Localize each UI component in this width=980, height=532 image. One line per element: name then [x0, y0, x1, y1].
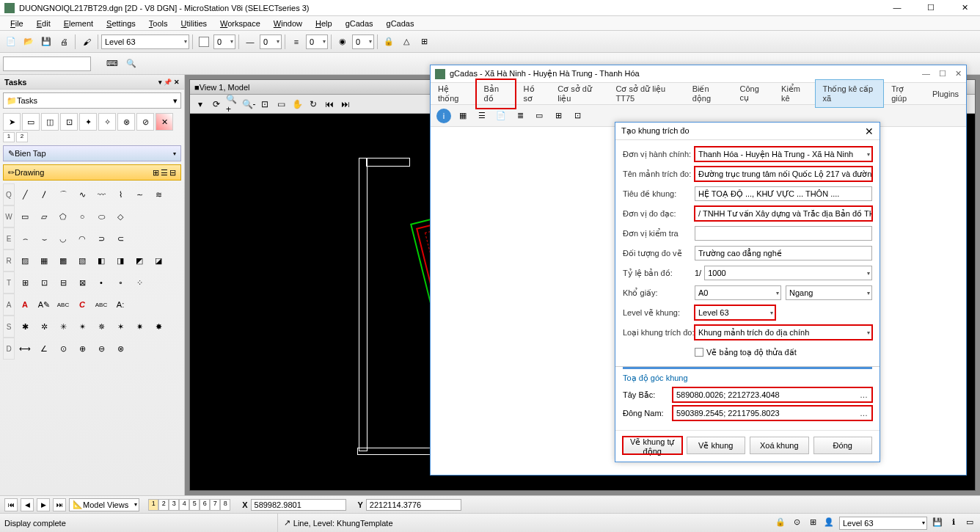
dim-ang-icon[interactable]: ∠ [35, 340, 53, 357]
snap-int-icon[interactable]: ✴ [73, 318, 91, 335]
dim-lbl-icon[interactable]: ⊗ [111, 340, 129, 357]
ellipse-icon[interactable]: ⬭ [92, 208, 110, 225]
inp-level[interactable]: Level 63 [695, 305, 775, 320]
gm-ban-do[interactable]: Bản đồ [475, 79, 516, 109]
sb-info-icon[interactable]: ℹ [948, 517, 959, 528]
y-input[interactable] [366, 499, 461, 511]
menu-help[interactable]: Help [310, 18, 338, 29]
linestyle-index[interactable]: 0 [260, 34, 282, 49]
color-index[interactable]: 0 [213, 34, 235, 49]
view-pan-icon[interactable]: ✋ [290, 97, 304, 112]
info-icon[interactable]: i [436, 109, 451, 123]
triangle-icon[interactable]: △ [398, 34, 414, 50]
close-button[interactable]: ✕ [954, 3, 976, 12]
hatch-icon[interactable]: ▨ [16, 252, 34, 269]
bezier-icon[interactable]: ⌇ [111, 186, 129, 203]
minimize-button[interactable]: — [886, 3, 908, 12]
view-fit-icon[interactable]: ⊡ [257, 97, 272, 112]
sb-lock-icon[interactable]: 🔒 [775, 517, 786, 528]
lineweight-icon[interactable]: ≡ [288, 34, 304, 50]
view-refresh-icon[interactable]: ⟳ [209, 97, 224, 112]
menu-window[interactable]: Window [268, 18, 308, 29]
arc-tan-icon[interactable]: ◡ [54, 230, 72, 247]
inp-tay-bac[interactable]: 589080.0026; 2212723.4048… [673, 387, 872, 402]
level-combo[interactable]: Level 63 [101, 34, 189, 49]
tool-icon-8[interactable]: ⊘ [136, 113, 154, 131]
gtb-doc-icon[interactable]: 📄 [494, 109, 508, 123]
dim-rad-icon[interactable]: ⊙ [54, 340, 72, 357]
btn-dong[interactable]: Đóng [813, 437, 873, 454]
task-num-1[interactable]: 1 [3, 132, 15, 142]
gtb-rect-icon[interactable]: ▭ [532, 109, 546, 123]
inp-orientation[interactable]: Ngang [786, 285, 872, 300]
snap-center-icon[interactable]: ✳ [54, 318, 72, 335]
snap-near-icon[interactable]: ✶ [111, 318, 129, 335]
tab-6[interactable]: 6 [200, 499, 210, 511]
tab-5[interactable]: 5 [189, 499, 200, 511]
gtb-table-icon[interactable]: ▦ [456, 109, 470, 123]
delete-icon[interactable]: ✕ [156, 113, 173, 131]
point-icon[interactable]: • [92, 274, 110, 291]
nav-next[interactable]: ▶ [37, 498, 50, 511]
cell-place-icon[interactable]: ⊡ [35, 274, 53, 291]
gm-tro-giup[interactable]: Trợ giúp [884, 80, 925, 107]
spline-icon[interactable]: 〰 [92, 186, 110, 203]
inp-doi-tuong[interactable]: Trường cao đẳng nghề [695, 246, 872, 260]
dim-icon[interactable]: ⟷ [16, 340, 34, 357]
element-icon[interactable]: ◉ [334, 34, 351, 50]
gcadas-close[interactable]: ✕ [955, 69, 962, 79]
polygon-icon[interactable]: ⬠ [54, 208, 72, 225]
region-icon[interactable]: ◩ [131, 252, 148, 269]
x-input[interactable] [251, 499, 346, 511]
maximize-button[interactable]: ☐ [920, 3, 942, 12]
shape-icon[interactable]: ◇ [111, 208, 129, 225]
tasks-combo[interactable]: 📁 Tasks▾ [3, 92, 181, 109]
nav-last[interactable]: ⏭ [53, 498, 66, 511]
pointer-icon[interactable]: ➤ [3, 113, 21, 131]
sb-disk-icon[interactable]: 💾 [932, 517, 943, 528]
inp-loai-khung[interactable]: Khung mảnh trích đo địa chính [695, 325, 872, 340]
arc-seg-icon[interactable]: ⊂ [111, 230, 129, 247]
gtb-chart-icon[interactable]: ⊡ [570, 109, 585, 123]
stream-icon[interactable]: ≋ [150, 186, 167, 203]
menu-workspace[interactable]: Workspace [214, 18, 266, 29]
point-curve-icon[interactable]: ∘ [111, 274, 129, 291]
gtb-layers-icon[interactable]: ≣ [513, 109, 527, 123]
menu-utilities[interactable]: Utilities [175, 18, 213, 29]
tab-7[interactable]: 7 [210, 499, 220, 511]
circle-icon[interactable]: ○ [73, 208, 91, 225]
fill-icon[interactable]: ▩ [54, 252, 72, 269]
chk-ve-bang[interactable] [695, 348, 703, 357]
lineweight-index[interactable]: 0 [306, 34, 328, 49]
tab-8[interactable]: 8 [220, 499, 230, 511]
rect-icon[interactable]: ▭ [16, 208, 34, 225]
dim-note-icon[interactable]: ⊖ [92, 340, 110, 357]
sb-snap-icon[interactable]: ⊙ [791, 517, 802, 528]
flood-icon[interactable]: ◪ [150, 252, 167, 269]
inp-dvhc[interactable]: Thanh Hóa - Huyện Hà Trung - Xã Hà Ninh [695, 147, 872, 161]
gm-kiem-ke[interactable]: Kiểm kê [774, 80, 815, 107]
linestyle-icon[interactable]: — [242, 34, 258, 50]
khung-close[interactable]: ✕ [865, 125, 874, 137]
new-file-icon[interactable]: 📄 [3, 34, 19, 50]
snap-tan-icon[interactable]: ✷ [131, 318, 148, 335]
gtb-list-icon[interactable]: ☰ [475, 109, 489, 123]
select-lasso-icon[interactable]: ◫ [41, 113, 59, 131]
gm-csdl[interactable]: Cơ sở dữ liệu [550, 80, 608, 108]
keyin-icon[interactable]: ⌨ [104, 56, 120, 72]
pin-icon[interactable]: ▾ 📌 ✕ [158, 79, 180, 86]
menu-file[interactable]: File [4, 18, 29, 29]
inp-ten-manh[interactable]: Đường trục trung tâm nối Quốc Lộ 217 và … [695, 167, 872, 181]
open-file-icon[interactable]: 📂 [21, 34, 37, 50]
crosshatch-icon[interactable]: ▧ [73, 252, 91, 269]
model-views-combo[interactable]: 📐 Model Views [69, 498, 139, 511]
lock-icon[interactable]: 🔒 [381, 34, 397, 50]
polyline-icon[interactable]: 〳 [35, 186, 53, 203]
block-icon[interactable]: ▱ [35, 208, 53, 225]
nav-first[interactable]: ⏮ [4, 498, 18, 511]
point-str-icon[interactable]: ⁘ [131, 274, 148, 291]
pattern-icon[interactable]: ▦ [35, 252, 53, 269]
gm-thong-ke[interactable]: Thống kê cấp xã [815, 79, 885, 108]
nav-prev[interactable]: ◀ [21, 498, 34, 511]
tool-icon-6[interactable]: ✧ [98, 113, 116, 131]
